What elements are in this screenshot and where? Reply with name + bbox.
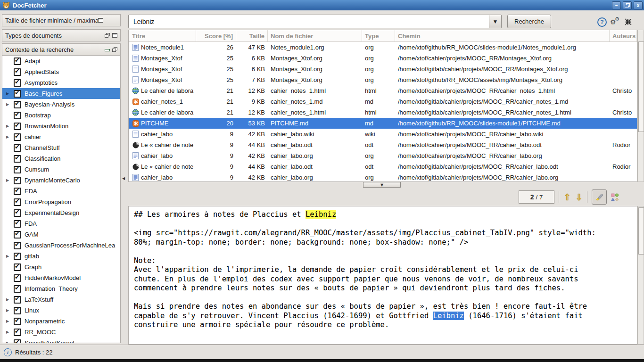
scope-checkbox[interactable] <box>14 209 21 217</box>
column-header-nom-de-fichier[interactable]: Nom de fichier <box>268 30 362 41</box>
results-scrollbar[interactable] <box>637 30 644 182</box>
tree-item-LaTeXstuff[interactable]: ▶LaTeXstuff <box>2 294 120 305</box>
result-row[interactable]: Montages_Xtof256 KBMontages_Xtof.orgorg/… <box>129 64 637 74</box>
preferences-gear-icon[interactable]: ⚙⚙ <box>610 16 620 26</box>
result-row[interactable]: Le cahier de labora2112 KBcahier_notes_1… <box>129 85 637 96</box>
preview-scrollbar[interactable] <box>637 206 644 345</box>
previous-match-arrow-icon[interactable]: ⇧ <box>563 193 571 202</box>
tree-item-ChannelStuff[interactable]: ChannelStuff <box>2 142 120 153</box>
tree-item-EDA[interactable]: EDA <box>2 186 120 197</box>
scope-checkbox[interactable] <box>14 263 21 271</box>
expand-arrow-icon[interactable]: ▶ <box>6 135 14 139</box>
result-row[interactable]: cahier_labo942 KBcahier_labo.orgorg/home… <box>129 172 637 182</box>
results-scrollbar-thumb[interactable] <box>638 41 644 132</box>
result-row[interactable]: Notes_module12647 KBNotes_module1.orgorg… <box>129 42 637 53</box>
highlight-toggle-button[interactable] <box>592 189 607 205</box>
html-preview-toggle-icon[interactable] <box>611 193 619 201</box>
scope-checkbox[interactable] <box>14 101 21 108</box>
window-restore-icon[interactable] <box>112 47 117 52</box>
result-row[interactable]: cahier_notes_1219 KBcahier_notes_1.mdmd/… <box>129 96 637 107</box>
tree-item-AppliedStats[interactable]: AppliedStats <box>2 66 120 77</box>
panel-doctypes[interactable]: Types de documents <box>2 29 121 41</box>
tree-item-gitlab[interactable]: ▶gitlab <box>2 251 120 262</box>
panel-search-scope[interactable]: Contexte de la recherche <box>2 43 121 56</box>
tree-item-Linux[interactable]: ▶Linux <box>2 305 120 316</box>
column-header-score-[interactable]: Score [%] <box>196 30 236 41</box>
scope-checkbox[interactable] <box>14 285 21 293</box>
scope-checkbox[interactable] <box>14 166 21 173</box>
result-row[interactable]: Montages_Xtof256 KBMontages_Xtof.orgorg/… <box>129 53 637 64</box>
panel-filesize[interactable]: Taille de fichier minimale / maximal <box>2 14 121 26</box>
tree-item-ErrorPropagation[interactable]: ErrorPropagation <box>2 197 120 207</box>
result-row[interactable]: cahier_labo942 KBcahier_labo.orgorg/home… <box>129 150 637 161</box>
expand-arrow-icon[interactable]: ▶ <box>6 297 14 302</box>
sidebar-collapse-arrow-icon[interactable]: ◀ <box>122 176 125 181</box>
scope-checkbox[interactable] <box>14 112 21 119</box>
expand-arrow-icon[interactable]: ▶ <box>6 102 14 107</box>
scope-checkbox[interactable] <box>14 242 21 249</box>
search-history-dropdown[interactable]: ▼ <box>489 15 501 28</box>
search-button[interactable]: Recherche <box>507 15 551 28</box>
preview-pane[interactable]: ## Les armoires à notes de Placcius et L… <box>128 206 637 345</box>
column-header-auteurs[interactable]: Auteurs <box>610 30 637 41</box>
close-button[interactable]: x <box>634 1 643 9</box>
expand-arrow-icon[interactable]: ▶ <box>6 330 14 334</box>
tree-item-DynamicMonteCarlo[interactable]: ▶DynamicMonteCarlo <box>2 175 120 186</box>
window-maximize-icon[interactable] <box>98 18 103 23</box>
expand-arrow-icon[interactable]: ▶ <box>6 178 14 182</box>
scope-checkbox[interactable] <box>14 274 21 282</box>
tree-item-Information_Theory[interactable]: Information_Theory <box>2 283 120 294</box>
column-header-type[interactable]: Type <box>362 30 395 41</box>
expand-arrow-icon[interactable]: ▶ <box>6 341 14 343</box>
scope-checkbox[interactable] <box>14 307 21 314</box>
expand-arrow-icon[interactable]: ▶ <box>6 124 14 128</box>
next-match-arrow-icon[interactable]: ⇩ <box>575 193 583 202</box>
expand-arrow-icon[interactable]: ▶ <box>6 254 14 258</box>
scope-checkbox[interactable] <box>14 318 21 325</box>
tree-item-Base_Figures[interactable]: ▶Base_Figures <box>2 88 120 99</box>
shrink-to-tray-icon[interactable] <box>624 18 632 27</box>
preview-scrollbar-thumb[interactable] <box>638 207 644 255</box>
tree-item-HiddenMarkovModel[interactable]: HiddenMarkovModel <box>2 272 120 283</box>
result-row[interactable]: cahier_labo942 KBcahier_labo.wikiwiki/ho… <box>129 129 637 140</box>
scope-checkbox[interactable] <box>14 177 21 184</box>
scope-checkbox[interactable] <box>14 188 21 195</box>
column-header-titre[interactable]: Titre <box>129 30 196 41</box>
scope-checkbox[interactable] <box>14 123 21 130</box>
sash-collapse-button[interactable]: ▼ <box>363 182 401 188</box>
tree-item-Asymptotics[interactable]: Asymptotics <box>2 77 120 88</box>
tree-item-GAM[interactable]: GAM <box>2 229 120 240</box>
tree-item-Bayesian-Analysis[interactable]: ▶Bayesian-Analysis <box>2 99 120 110</box>
result-row[interactable]: PITCHME2053 KBPITCHME.mdmd/home/xtof/git… <box>129 118 637 129</box>
scope-checkbox[interactable] <box>14 79 21 87</box>
window-restore-icon[interactable] <box>105 33 110 38</box>
tree-item-Bootstrap[interactable]: Bootstrap <box>2 110 120 121</box>
scope-checkbox[interactable] <box>14 68 21 76</box>
tree-item-Classification[interactable]: Classification <box>2 153 120 164</box>
scope-checkbox[interactable] <box>14 339 21 344</box>
tree-item-ExperimentalDesign[interactable]: ExperimentalDesign <box>2 207 120 218</box>
scope-checkbox[interactable] <box>14 58 21 65</box>
tree-item-Adapt[interactable]: Adapt <box>2 56 120 66</box>
result-row[interactable]: Montages_Xtof257 KBMontages_Xtof.orgorg/… <box>129 74 637 85</box>
scope-checkbox[interactable] <box>14 198 21 206</box>
scope-checkbox[interactable] <box>14 253 21 260</box>
tree-item-Cumsum[interactable]: Cumsum <box>2 164 120 175</box>
tree-item-GaussianProcessForMachineLea[interactable]: GaussianProcessForMachineLea <box>2 240 120 251</box>
expand-arrow-icon[interactable]: ▶ <box>6 319 14 323</box>
tree-item-BrownianMotion[interactable]: ▶BrownianMotion <box>2 121 120 132</box>
result-row[interactable]: Le cahier de labora2112 KBcahier_notes_1… <box>129 107 637 118</box>
window-minimize-icon[interactable] <box>105 49 110 51</box>
scope-checkbox[interactable] <box>14 155 21 163</box>
help-icon[interactable]: ? <box>597 17 607 27</box>
scope-checkbox[interactable] <box>14 231 21 239</box>
restore-button[interactable] <box>623 1 632 9</box>
column-header-chemin[interactable]: Chemin <box>395 30 610 41</box>
tree-item-cahier[interactable]: ▶cahier <box>2 132 120 142</box>
tree-item-RR_MOOC[interactable]: ▶RR_MOOC <box>2 327 120 337</box>
tree-item-SmoothAndKernel[interactable]: ▶SmoothAndKernel <box>2 337 120 343</box>
table-preview-sash[interactable]: ▼ <box>128 182 644 188</box>
scope-checkbox[interactable] <box>14 90 21 98</box>
expand-arrow-icon[interactable]: ▶ <box>6 91 14 96</box>
scope-checkbox[interactable] <box>14 329 21 336</box>
